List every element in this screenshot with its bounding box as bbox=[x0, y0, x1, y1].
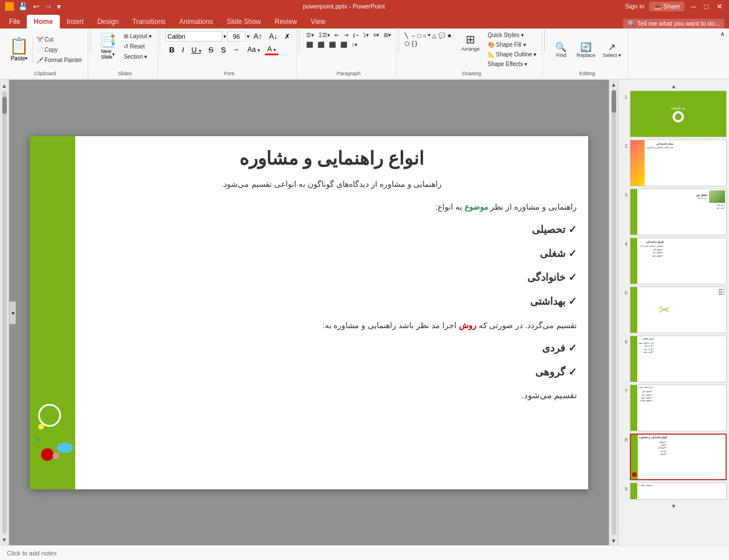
font-size-input[interactable] bbox=[227, 31, 246, 42]
char-spacing-btn[interactable]: ↔ bbox=[230, 44, 243, 55]
tab-insert[interactable]: Insert bbox=[60, 15, 91, 28]
tab-review[interactable]: Review bbox=[268, 15, 304, 28]
collapse-panel-btn[interactable]: ◂ bbox=[9, 301, 16, 324]
thumbnail-2[interactable]: 2 هدف اجتماعی متن اسلاید راهنمایی و مشاو… bbox=[621, 140, 727, 186]
align-right-btn[interactable]: ⬛ bbox=[327, 40, 337, 49]
tab-transitions[interactable]: Transitions bbox=[125, 15, 172, 28]
format-painter-btn[interactable]: 🖌️ Format Painter bbox=[34, 56, 84, 64]
thumb-slide-4[interactable]: تعریف راهنمایی راهنمایی فرآیندی است که..… bbox=[630, 238, 727, 284]
restore-btn[interactable]: □ bbox=[702, 2, 710, 11]
change-case-btn[interactable]: Aa ▾ bbox=[245, 44, 263, 55]
thumbnail-5[interactable]: 5 ✂ • محتوا • محتوا • محتوا bbox=[621, 287, 727, 333]
share-btn[interactable]: 📤 Share bbox=[649, 2, 685, 11]
replace-btn[interactable]: 🔄 Replace bbox=[573, 40, 598, 60]
shape-line-btn[interactable]: ╲ bbox=[404, 32, 409, 39]
shape-block-btn[interactable]: ⬡ bbox=[404, 40, 410, 47]
text-direction-btn[interactable]: ⤵▾ bbox=[361, 31, 370, 39]
notes-placeholder[interactable]: Click to add notes bbox=[0, 545, 729, 560]
tab-home[interactable]: Home bbox=[27, 15, 59, 28]
increase-indent-btn[interactable]: ⇥ bbox=[342, 31, 350, 39]
font-name-input[interactable] bbox=[165, 31, 222, 42]
font-name-dropdown[interactable]: ▾ bbox=[223, 34, 226, 39]
center-btn[interactable]: ⬛ bbox=[316, 40, 326, 49]
underline-btn[interactable]: U ▾ bbox=[189, 44, 204, 55]
shape-fill-btn[interactable]: 🎨 Shape Fill ▾ bbox=[486, 40, 539, 49]
thumbnail-7[interactable]: 7 متن اسلاید هفت • مفهوم اول • مفهوم دوم… bbox=[621, 385, 727, 431]
thumbnail-9[interactable]: 9 محتوای اسلاید ۹ bbox=[621, 483, 727, 500]
font-size-dropdown[interactable]: ▾ bbox=[247, 34, 250, 39]
shadow-btn[interactable]: S bbox=[218, 44, 229, 55]
reset-btn[interactable]: ↺ Reset bbox=[121, 42, 154, 51]
thumb-slide-3[interactable]: اشتغال زایی متن محتوا • متن اول • متن دو… bbox=[630, 189, 727, 235]
collapse-ribbon-btn[interactable]: ∧ bbox=[718, 30, 727, 38]
numbering-btn[interactable]: 1☰▾ bbox=[317, 31, 332, 39]
increase-font-btn[interactable]: A↑ bbox=[251, 31, 265, 42]
thumbnail-6[interactable]: 6 اصول اخلاقی... متن محتوای مهم • گزینه … bbox=[621, 336, 727, 382]
select-btn[interactable]: ↗ Select ▾ bbox=[600, 40, 624, 60]
align-text-btn[interactable]: ≡▾ bbox=[372, 31, 381, 39]
shape-arrow-btn[interactable]: → bbox=[409, 32, 416, 39]
save-btn[interactable]: 💾 bbox=[17, 2, 29, 11]
arrange-btn[interactable]: ⊞ Arrange bbox=[458, 31, 483, 54]
thumbnail-8[interactable]: 8 انواع راهنمایی و مشاوره • تحصیلی • شغل… bbox=[621, 434, 727, 480]
customize-btn[interactable]: ▾ bbox=[55, 2, 63, 11]
thumb-scroll-up[interactable]: ▲ bbox=[621, 82, 727, 91]
thumb-slide-9[interactable]: محتوای اسلاید ۹ bbox=[630, 483, 727, 500]
smartart-btn[interactable]: ⊞▾ bbox=[382, 31, 393, 39]
thumbnail-3[interactable]: 3 اشتغال زایی متن محتوا • متن او bbox=[621, 189, 727, 235]
shape-outline-btn[interactable]: 📐 Shape Outline ▾ bbox=[486, 50, 539, 59]
decrease-font-btn[interactable]: A↓ bbox=[266, 31, 280, 42]
shape-more-btn[interactable]: ▾ bbox=[427, 32, 431, 39]
italic-btn[interactable]: I bbox=[179, 44, 187, 55]
shape-rect-btn[interactable]: □ bbox=[417, 32, 421, 39]
scroll-down-arrow[interactable]: ▼ bbox=[0, 535, 9, 544]
quick-styles-btn[interactable]: Quick Styles ▾ bbox=[486, 31, 539, 39]
scroll-up-arrow[interactable]: ▲ bbox=[0, 81, 9, 90]
decrease-indent-btn[interactable]: ⇤ bbox=[333, 31, 341, 39]
thumb-slide-1[interactable]: به نام‌خدا bbox=[630, 91, 727, 137]
cut-btn[interactable]: ✂️ Cut bbox=[34, 35, 84, 44]
thumb-slide-2[interactable]: هدف اجتماعی متن اسلاید راهنمایی و مشاوره bbox=[630, 140, 727, 186]
undo-btn[interactable]: ↩ bbox=[31, 2, 41, 11]
justify-btn[interactable]: ⬛ bbox=[339, 40, 349, 49]
slide-canvas[interactable]: انواع راهنمایی و مشاوره راهنمایی و مشاور… bbox=[30, 136, 588, 489]
tab-file[interactable]: File bbox=[2, 15, 27, 28]
bold-btn[interactable]: B bbox=[166, 44, 177, 55]
left-scrollbar[interactable]: ▲ ▼ bbox=[0, 80, 9, 545]
minimize-btn[interactable]: ─ bbox=[689, 2, 698, 11]
strikethrough-btn[interactable]: S bbox=[206, 44, 217, 55]
layout-btn[interactable]: ⊞ Layout ▾ bbox=[121, 32, 154, 40]
scroll-up-right[interactable]: ▲ bbox=[609, 80, 618, 89]
shape-oval-btn[interactable]: ○ bbox=[422, 32, 427, 39]
tab-design[interactable]: Design bbox=[91, 15, 125, 28]
thumb-scroll-down[interactable]: ▼ bbox=[621, 502, 727, 510]
thumb-slide-6[interactable]: اصول اخلاقی... متن محتوای مهم • گزینه او… bbox=[630, 336, 727, 382]
new-slide-btn[interactable]: 📑 New Slide ▾ bbox=[96, 31, 120, 62]
section-btn[interactable]: Section ▾ bbox=[121, 52, 154, 61]
shape-callout-btn[interactable]: 💬 bbox=[438, 32, 446, 39]
tab-view[interactable]: View bbox=[304, 15, 332, 28]
scroll-down-right[interactable]: ▼ bbox=[609, 536, 618, 545]
search-box[interactable]: 🔍 Tell me what you want to do... bbox=[623, 19, 724, 28]
align-left-btn[interactable]: ⬛ bbox=[304, 40, 315, 49]
font-color-btn[interactable]: A ▾ bbox=[264, 44, 279, 55]
copy-btn[interactable]: 📄 Copy bbox=[34, 46, 84, 54]
sign-in-btn[interactable]: Sign in bbox=[625, 3, 645, 10]
right-scrollbar[interactable]: ▲ ▼ bbox=[609, 80, 618, 545]
close-btn[interactable]: ✕ bbox=[715, 2, 724, 11]
find-btn[interactable]: 🔍 Find bbox=[550, 40, 572, 60]
shape-bracket-btn[interactable]: { } bbox=[411, 40, 417, 47]
tab-animations[interactable]: Animations bbox=[172, 15, 219, 28]
thumb-slide-7[interactable]: متن اسلاید هفت • مفهوم اول • مفهوم دوم •… bbox=[630, 385, 727, 431]
bullets-btn[interactable]: ☰▾ bbox=[304, 31, 316, 39]
tab-slideshow[interactable]: Slide Show bbox=[220, 15, 268, 28]
columns-btn[interactable]: ⫿▾ bbox=[351, 31, 360, 39]
thumbnail-1[interactable]: 1 به نام‌خدا bbox=[621, 91, 727, 137]
shape-triangle-btn[interactable]: △ bbox=[431, 32, 437, 39]
thumbnail-4[interactable]: 4 تعریف راهنمایی راهنمایی فرآیندی است که… bbox=[621, 238, 727, 284]
thumb-slide-8[interactable]: انواع راهنمایی و مشاوره • تحصیلی • شغلی … bbox=[630, 434, 727, 480]
thumb-slide-5[interactable]: ✂ • محتوا • محتوا • محتوا bbox=[630, 287, 727, 333]
shape-star-btn[interactable]: ★ bbox=[446, 32, 453, 39]
clear-format-btn[interactable]: ✗ bbox=[282, 31, 293, 42]
shape-effects-btn[interactable]: Shape Effects ▾ bbox=[486, 60, 539, 68]
